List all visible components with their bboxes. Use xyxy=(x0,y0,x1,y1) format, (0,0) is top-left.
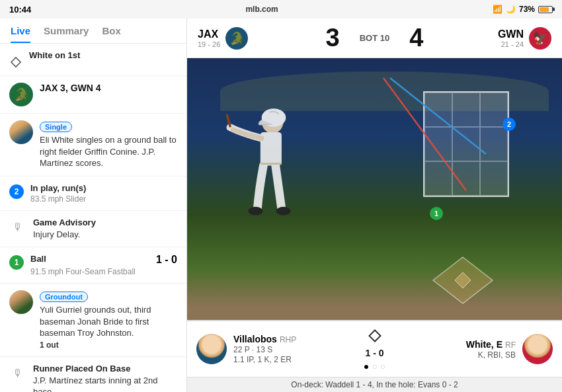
pitch-zone: 2 1 xyxy=(423,91,509,197)
groundout-desc: Yuli Gurriel grounds out, third baseman … xyxy=(40,304,177,339)
scoreboard: JAX 19 - 26 🐊 3 BOT 10 4 🦅 GWN 21 - 24 xyxy=(187,19,562,58)
runner-sub: J.P. Martínez starts inning at 2nd base. xyxy=(33,375,177,392)
batter-name: White, E xyxy=(466,339,502,350)
dot-1: ● xyxy=(364,361,369,372)
inning-display: BOT 10 xyxy=(360,33,390,43)
feed-container[interactable]: White on 1st 🐊 JAX 3, GWN 4 Single Eli W… xyxy=(0,44,186,392)
svg-line-4 xyxy=(227,115,230,126)
score-display: JAX 3, GWN 4 xyxy=(40,83,177,93)
battery-percent: 73% xyxy=(519,5,535,14)
batter-avatar xyxy=(522,334,553,364)
pitch-speed: 91.5 mph Four-Seam Fastball xyxy=(30,267,177,276)
list-item: Single Eli White singles on a ground bal… xyxy=(0,114,186,176)
runner-title: Runner Placed On Base xyxy=(33,364,177,373)
svg-rect-0 xyxy=(11,58,20,67)
ball-marker-2: 2 xyxy=(502,118,516,131)
home-abbr: GWN xyxy=(498,28,524,40)
svg-point-5 xyxy=(249,207,263,216)
wifi-icon: 📶 xyxy=(493,5,502,14)
tab-box[interactable]: Box xyxy=(102,25,120,43)
tab-bar: Live Summary Box xyxy=(0,19,186,44)
field-area: 2 1 xyxy=(187,58,562,320)
advisory-title: Game Advisory xyxy=(33,217,177,227)
mic-icon-2: 🎙 xyxy=(9,365,26,382)
team-logo-avatar: 🐊 xyxy=(9,83,33,106)
batter-position: RF xyxy=(505,340,516,350)
pitcher-line2: 1.1 IP, 1 K, 2 ER xyxy=(233,355,296,364)
diamond-icon xyxy=(9,56,22,69)
ball-marker-1: 1 xyxy=(430,207,443,220)
feed-item-title: White on 1st xyxy=(29,50,177,60)
dot-2: ○ xyxy=(372,361,377,372)
svg-rect-12 xyxy=(369,331,380,342)
away-team: JAX 19 - 26 🐊 xyxy=(198,27,264,50)
list-item: White on 1st xyxy=(0,44,186,76)
away-abbr: JAX xyxy=(198,28,220,40)
ball-count: 1 - 0 xyxy=(156,254,177,266)
svg-line-9 xyxy=(390,78,486,154)
svg-point-6 xyxy=(276,207,291,216)
ball-label: Ball xyxy=(30,254,46,264)
home-team: 🦅 GWN 21 - 24 xyxy=(485,27,551,50)
feed-in-play: In play, run(s) xyxy=(30,183,177,193)
out-count: 1 out xyxy=(40,340,177,350)
moon-icon: 🌙 xyxy=(506,5,516,14)
batter-block: White, E RF K, RBI, SB xyxy=(401,334,553,364)
list-item: 🐊 JAX 3, GWN 4 xyxy=(0,76,186,114)
feed-speed: 83.5 mph Slider xyxy=(30,194,177,204)
count-dots: ● ○ ○ xyxy=(364,361,385,372)
tab-live[interactable]: Live xyxy=(11,25,30,43)
ondeck-text: On-deck: Waddell 1 - 4, In the hole: Eva… xyxy=(291,380,458,389)
ondeck-bar: On-deck: Waddell 1 - 4, In the hole: Eva… xyxy=(187,377,562,392)
right-panel: JAX 19 - 26 🐊 3 BOT 10 4 🦅 GWN 21 - 24 xyxy=(187,19,562,392)
score-center: 3 BOT 10 4 xyxy=(264,24,485,52)
main-container: Live Summary Box White on 1st 🐊 JAX 3, G… xyxy=(0,19,562,392)
tab-summary[interactable]: Summary xyxy=(44,25,89,43)
field-diamond xyxy=(430,254,496,307)
bottom-player-bar: Villalobos RHP 22 P · 13 S 1.1 IP, 1 K, … xyxy=(187,320,562,392)
svg-line-8 xyxy=(383,78,466,190)
batter-area xyxy=(200,71,333,280)
status-bar: 10:44 mlb.com 📶 🌙 73% xyxy=(0,0,562,19)
groundout-badge: Groundout xyxy=(40,292,88,302)
home-logo: 🦅 xyxy=(529,27,551,50)
number-badge-1: 1 xyxy=(9,255,24,270)
list-item: 🎙 Game Advisory Injury Delay. xyxy=(0,211,186,248)
home-score: 4 xyxy=(409,24,423,52)
list-item: 1 Ball 1 - 0 91.5 mph Four-Seam Fastball xyxy=(0,247,186,284)
status-url: mlb.com xyxy=(245,5,278,14)
advisory-sub: Injury Delay. xyxy=(33,229,177,241)
left-panel: Live Summary Box White on 1st 🐊 JAX 3, G… xyxy=(0,19,187,392)
status-time: 10:44 xyxy=(9,5,31,15)
number-badge-2: 2 xyxy=(9,184,24,199)
away-logo: 🐊 xyxy=(225,27,248,50)
player-info-row: Villalobos RHP 22 P · 13 S 1.1 IP, 1 K, … xyxy=(187,321,562,377)
count-display: 1 - 0 xyxy=(365,348,383,358)
home-record: 21 - 24 xyxy=(498,40,524,48)
pitcher-avatar xyxy=(196,334,227,364)
list-item: 2 In play, run(s) 83.5 mph Slider xyxy=(0,176,186,211)
feed-item-desc: Eli White singles on a ground ball to ri… xyxy=(40,134,177,169)
batter-silhouette xyxy=(220,103,313,249)
dot-3: ○ xyxy=(380,361,385,372)
list-item: 🎙 Runner Placed On Base J.P. Martínez st… xyxy=(0,357,186,392)
list-item: Groundout Yuli Gurriel grounds out, thir… xyxy=(0,284,186,357)
pitcher-line1: 22 P · 13 S xyxy=(233,345,296,354)
pitcher-position: RHP xyxy=(280,335,296,344)
mic-icon: 🎙 xyxy=(9,219,26,236)
battery-icon xyxy=(538,6,553,13)
player-avatar-2 xyxy=(9,290,33,314)
status-right: 📶 🌙 73% xyxy=(493,5,553,14)
pitcher-name: Villalobos xyxy=(233,334,277,344)
batter-stats: K, RBI, SB xyxy=(466,350,516,360)
pitcher-block: Villalobos RHP 22 P · 13 S 1.1 IP, 1 K, … xyxy=(196,334,348,364)
away-record: 19 - 26 xyxy=(198,40,220,48)
away-score: 3 xyxy=(326,24,340,52)
bases-diamond xyxy=(366,327,384,345)
pitch-trajectory xyxy=(344,58,542,237)
single-badge: Single xyxy=(40,122,72,132)
count-block: 1 - 0 ● ○ ○ xyxy=(348,327,401,372)
player-avatar xyxy=(9,120,33,144)
